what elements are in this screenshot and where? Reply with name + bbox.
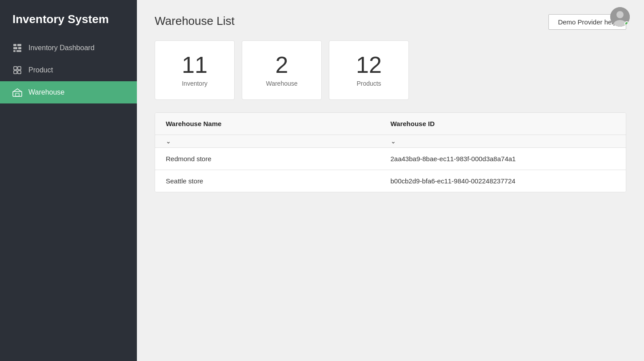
app-title: Inventory System xyxy=(0,0,137,37)
warehouse-name-cell: Redmond store xyxy=(166,155,391,163)
table-sort-row: ⌄ ⌄ xyxy=(155,135,626,147)
svg-rect-0 xyxy=(13,44,16,46)
svg-rect-5 xyxy=(16,50,21,52)
stat-card-inventory: 11 Inventory xyxy=(155,40,235,100)
warehouse-id-cell: b00cb2d9-bfa6-ec11-9840-002248237724 xyxy=(391,177,616,185)
warehouse-icon xyxy=(12,87,22,97)
warehouse-label: Warehouse xyxy=(266,80,297,87)
stat-card-warehouse: 2 Warehouse xyxy=(242,40,322,100)
warehouse-id-cell: 2aa43ba9-8bae-ec11-983f-000d3a8a74a1 xyxy=(391,155,616,163)
svg-rect-8 xyxy=(18,67,21,70)
dashboard-icon xyxy=(12,43,22,53)
chevron-down-icon[interactable]: ⌄ xyxy=(391,138,396,145)
stat-card-products: 12 Products xyxy=(329,40,409,100)
warehouse-count: 2 xyxy=(276,53,288,76)
main-content: Warehouse List Demo Provider help 11 Inv… xyxy=(137,0,644,361)
products-count: 12 xyxy=(356,53,382,76)
table-row[interactable]: Seattle store b00cb2d9-bfa6-ec11-9840-00… xyxy=(155,170,626,192)
inventory-count: 11 xyxy=(182,53,208,76)
user-avatar[interactable] xyxy=(610,7,630,27)
sidebar-item-warehouse[interactable]: Warehouse xyxy=(0,81,137,103)
warehouse-table: Warehouse Name Warehouse ID ⌄ ⌄ Redmond … xyxy=(155,112,626,192)
chevron-down-icon[interactable]: ⌄ xyxy=(166,138,171,145)
svg-rect-3 xyxy=(18,47,21,49)
sidebar-item-label: Inventory Dashboard xyxy=(28,44,95,52)
sidebar-item-inventory-dashboard[interactable]: Inventory Dashboard xyxy=(0,37,137,59)
product-icon xyxy=(12,65,22,75)
sort-id[interactable]: ⌄ xyxy=(391,138,616,145)
svg-point-13 xyxy=(616,11,624,18)
svg-rect-2 xyxy=(13,47,17,49)
svg-rect-10 xyxy=(13,91,22,96)
page-title: Warehouse List xyxy=(155,14,235,28)
table-row[interactable]: Redmond store 2aa43ba9-8bae-ec11-983f-00… xyxy=(155,147,626,170)
stat-cards: 11 Inventory 2 Warehouse 12 Products xyxy=(155,40,626,100)
svg-rect-1 xyxy=(17,44,21,46)
sidebar-item-product[interactable]: Product xyxy=(0,59,137,81)
sidebar-nav: Inventory Dashboard Product xyxy=(0,37,137,103)
svg-rect-9 xyxy=(18,71,21,74)
products-label: Products xyxy=(356,80,381,87)
svg-rect-4 xyxy=(13,50,16,52)
sidebar: Inventory System Inventory Dashboard xyxy=(0,0,137,361)
online-status-dot xyxy=(624,21,629,26)
col-header-name: Warehouse Name xyxy=(166,120,391,127)
sidebar-item-label: Warehouse xyxy=(28,88,64,96)
table-header: Warehouse Name Warehouse ID xyxy=(155,113,626,135)
page-header: Warehouse List Demo Provider help xyxy=(155,14,626,30)
svg-rect-7 xyxy=(14,71,17,74)
col-header-id: Warehouse ID xyxy=(391,120,616,127)
warehouse-name-cell: Seattle store xyxy=(166,177,391,185)
sort-name[interactable]: ⌄ xyxy=(166,138,391,145)
svg-rect-6 xyxy=(14,67,17,70)
sidebar-item-label: Product xyxy=(28,66,53,74)
svg-rect-11 xyxy=(16,93,19,96)
inventory-label: Inventory xyxy=(182,80,208,87)
